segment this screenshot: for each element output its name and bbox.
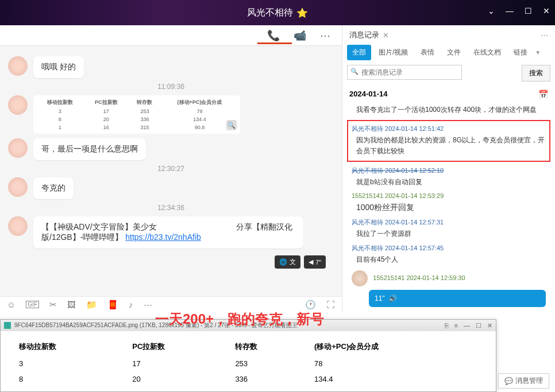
msg-meta: 风光不相待 2024-01-14 12:57:31 bbox=[352, 218, 546, 227]
data-table: 移动拉新数PC拉新数转存数(移动+PC)会员分成 31725378 820336… bbox=[12, 337, 484, 392]
link[interactable]: https://b23.tv/2nhAfib bbox=[125, 232, 201, 242]
image-viewer-window: 9FC64F15DB57194BA259ACF251ACFADE.png (17… bbox=[0, 319, 496, 392]
translate-badge[interactable]: 🌐文 bbox=[275, 255, 300, 269]
more-icon[interactable]: ⋯ bbox=[320, 29, 330, 42]
voice-call-icon[interactable]: 📞 bbox=[267, 29, 280, 42]
zoom-icon[interactable]: 🔍 bbox=[226, 120, 237, 130]
tab-file[interactable]: 文件 bbox=[442, 45, 466, 60]
sound-icon: 🔊 bbox=[388, 294, 397, 302]
history-item: 风光不相待 2024-01-14 12:57:31 我拉了一个资源群 bbox=[347, 216, 550, 242]
close-panel-icon[interactable]: ✕ bbox=[383, 31, 389, 40]
redpacket-icon[interactable]: 🧧 bbox=[107, 300, 118, 310]
highlighted-item: 风光不相待 2024-01-14 12:51:42 因为我给的都是比较大的资源，… bbox=[347, 120, 550, 161]
search-bar: 搜索 bbox=[342, 60, 555, 86]
msg-meta: 155215141 2024-01-14 12:53:29 bbox=[352, 192, 546, 199]
history-list[interactable]: 我看夸克出了一个活动1000次转存 400块，才做的这个网盘 风光不相待 202… bbox=[342, 102, 555, 312]
history-icon[interactable]: 🕐 bbox=[305, 300, 316, 310]
calendar-icon[interactable]: 📅 bbox=[538, 90, 548, 99]
panel-title: 消息记录 bbox=[349, 30, 379, 40]
app-icon bbox=[4, 322, 11, 329]
tab-doc[interactable]: 在线文档 bbox=[468, 45, 506, 60]
chat-area: 📞 📹 ⋯ 哦哦 好的 11:09:36 移动拉新数PC拉新数转存数(移动+PC… bbox=[0, 25, 342, 312]
avatar[interactable] bbox=[8, 56, 28, 76]
msg-meta: 风光不相待 2024-01-14 12:57:45 bbox=[352, 244, 546, 253]
message-manage-button[interactable]: 💬 消息管理 bbox=[498, 373, 549, 389]
more-icon[interactable]: ⋯ bbox=[144, 300, 152, 310]
message-bubble: 哦哦 好的 bbox=[33, 56, 84, 78]
search-button[interactable]: 搜索 bbox=[522, 65, 550, 81]
date-header: 2024-01-14 📅 bbox=[342, 86, 555, 102]
tab-emoji[interactable]: 表情 bbox=[415, 45, 440, 60]
table-row: 820336134.4 bbox=[13, 372, 483, 386]
history-item: 风光不相待 2024-01-14 12:57:45 目前有45个人 bbox=[347, 242, 550, 267]
timestamp: 11:09:36 bbox=[8, 83, 334, 91]
viewer-body[interactable]: 移动拉新数PC拉新数转存数(移动+PC)会员分成 31725378 820336… bbox=[1, 331, 496, 392]
screenshot-icon[interactable]: ✂ bbox=[49, 300, 57, 310]
panel-header: 消息记录 ✕ ⋯ bbox=[342, 25, 555, 45]
translate-bar: 🌐文 ◀ 7" bbox=[8, 253, 334, 271]
tab-all[interactable]: 全部 bbox=[347, 45, 371, 60]
message-row: 【【神级ADV/文字冒险】美少女████████ 1.5.0 ██分享【精翻汉化… bbox=[8, 216, 334, 249]
tab-media[interactable]: 图片/视频 bbox=[373, 45, 413, 60]
msg-meta: 155215141 2024-01-14 12:59:30 bbox=[373, 274, 465, 281]
emoji-icon[interactable]: ☺ bbox=[7, 300, 16, 309]
table-row: 31725378 bbox=[13, 356, 483, 371]
close-button[interactable]: ✕ bbox=[542, 7, 550, 15]
table-image[interactable]: 移动拉新数PC拉新数转存数(移动+PC)会员分成 31725378 820336… bbox=[33, 95, 240, 134]
timestamp: 12:30:27 bbox=[8, 165, 334, 173]
message-list[interactable]: 哦哦 好的 11:09:36 移动拉新数PC拉新数转存数(移动+PC)会员分成 … bbox=[0, 46, 342, 296]
window-controls: ⌄ — ☐ ✕ bbox=[487, 7, 550, 15]
message-bubble: 【【神级ADV/文字冒险】美少女████████ 1.5.0 ██分享【精翻汉化… bbox=[33, 216, 303, 249]
msg-meta: 风光不相待 2024-01-14 12:51:42 bbox=[352, 125, 546, 133]
avatar[interactable] bbox=[352, 270, 368, 286]
star-icon: ⭐ bbox=[296, 7, 308, 18]
chat-icon: 💬 bbox=[504, 377, 513, 385]
video-call-icon[interactable]: 📹 bbox=[294, 29, 306, 42]
avatar[interactable] bbox=[8, 138, 28, 158]
avatar[interactable] bbox=[8, 216, 28, 236]
file-icon[interactable]: 📁 bbox=[86, 300, 97, 310]
expand-icon[interactable]: ⛶ bbox=[326, 300, 335, 309]
window-title: 风光不相待 bbox=[247, 7, 293, 19]
history-item: 风光不相待 2024-01-14 12:52:10 就是b站没有自动回复 bbox=[347, 164, 550, 190]
active-indicator bbox=[257, 42, 292, 44]
history-item: 我看夸克出了一个活动1000次转存 400块，才做的这个网盘 bbox=[347, 102, 550, 118]
message-row: 移动拉新数PC拉新数转存数(移动+PC)会员分成 31725378 820336… bbox=[8, 95, 334, 134]
viewer-close-button[interactable]: ✕ bbox=[487, 322, 492, 329]
search-input[interactable] bbox=[347, 65, 462, 80]
tab-link[interactable]: 链接 bbox=[508, 45, 533, 60]
panel-more-icon[interactable]: ⋯ bbox=[541, 31, 548, 40]
filter-tabs: 全部 图片/视频 表情 文件 在线文档 链接 ▼ bbox=[342, 45, 555, 60]
timestamp: 12:34:36 bbox=[8, 204, 334, 212]
gif-icon[interactable]: GIF bbox=[26, 301, 39, 308]
avatar[interactable] bbox=[8, 177, 28, 197]
viewer-menu-icon[interactable]: ≡ bbox=[454, 322, 458, 329]
message-row: 哥，最后一项是什么意思啊 bbox=[8, 138, 334, 160]
table-row: 11631590.8 bbox=[13, 387, 483, 392]
dropdown-icon[interactable]: ⌄ bbox=[487, 7, 495, 15]
message-bubble: 哥，最后一项是什么意思啊 bbox=[33, 138, 146, 160]
voice-bubble[interactable]: 11"🔊 bbox=[369, 290, 546, 307]
message-row: 哦哦 好的 bbox=[8, 56, 334, 78]
image-icon[interactable]: 🖼 bbox=[67, 300, 76, 309]
titlebar: 风光不相待 ⭐ ⌄ — ☐ ✕ bbox=[0, 0, 555, 25]
viewer-minimize-button[interactable]: — bbox=[464, 322, 470, 329]
annotation-text: 一天200+，跑的夸克，新号 bbox=[155, 310, 324, 328]
avatar[interactable] bbox=[8, 95, 28, 115]
message-bubble: 夸克的 bbox=[33, 177, 74, 199]
right-panel: 消息记录 ✕ ⋯ 全部 图片/视频 表情 文件 在线文档 链接 ▼ 搜索 202… bbox=[342, 25, 555, 312]
minimize-button[interactable]: — bbox=[506, 7, 514, 15]
msg-meta: 风光不相待 2024-01-14 12:52:10 bbox=[352, 166, 546, 175]
music-icon[interactable]: ♪ bbox=[129, 300, 133, 309]
maximize-button[interactable]: ☐ bbox=[524, 7, 532, 15]
viewer-maximize-button[interactable]: ☐ bbox=[476, 322, 481, 329]
date-label: 2024-01-14 bbox=[349, 90, 388, 99]
voice-duration-badge[interactable]: ◀ 7" bbox=[304, 255, 326, 269]
viewer-pin-icon[interactable]: ⎘ bbox=[445, 322, 449, 329]
message-row: 夸克的 bbox=[8, 177, 334, 199]
history-item: 155215141 2024-01-14 12:53:29 1000粉丝开回复 bbox=[347, 190, 550, 216]
history-item: 155215141 2024-01-14 12:59:30 11"🔊 bbox=[347, 268, 550, 312]
